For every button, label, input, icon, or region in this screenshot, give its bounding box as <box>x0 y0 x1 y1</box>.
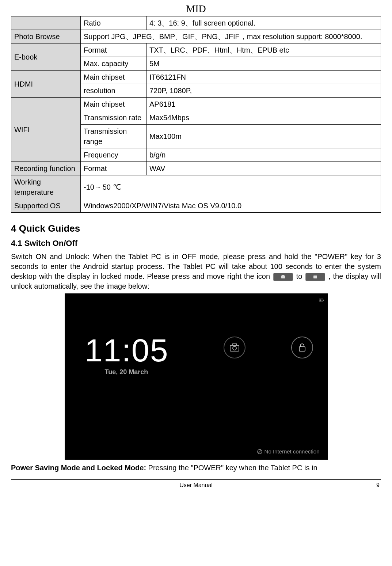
cat-hdmi: HDMI <box>11 71 81 98</box>
svg-rect-5 <box>233 344 236 346</box>
sub-wifi-freq: Frequency <box>81 148 146 162</box>
val-photo-browse: Support JPG、JPEG、BMP、GIF、PNG、JFIF，max re… <box>81 30 381 43</box>
lockscreen-status: No Internet connection <box>257 448 320 455</box>
lockscreen-image: 11:05 Tue, 20 March No Internet connecti… <box>65 293 328 460</box>
footer-title: User Manual <box>179 482 213 489</box>
unlock-icon <box>291 337 313 358</box>
sub-wifi-rate: Transmission rate <box>81 111 146 125</box>
page-number: 9 <box>376 482 380 489</box>
table-row: Recording function Format WAV <box>11 162 381 175</box>
svg-point-4 <box>233 346 236 350</box>
val-wifi-chip: AP6181 <box>146 98 381 111</box>
lockscreen-status-text: No Internet connection <box>264 448 320 455</box>
heading-4: 4 Quick Guides <box>11 223 381 234</box>
camera-icon <box>224 337 246 358</box>
no-signal-icon <box>257 449 262 454</box>
cat-os: Supported OS <box>11 199 81 213</box>
lockscreen-date: Tue, 20 March <box>105 368 148 376</box>
cat-recording: Recording function <box>11 162 81 175</box>
val-hdmi-res: 720P, 1080P, <box>146 84 381 98</box>
svg-rect-1 <box>323 300 324 301</box>
paragraph-switch-on: Switch ON and Unlock: When the Tablet PC… <box>11 252 381 291</box>
svg-line-8 <box>258 450 261 453</box>
val-ebook-max: 5M <box>146 57 381 71</box>
lock-closed-icon <box>273 273 293 281</box>
sub-wifi-chip: Main chipset <box>81 98 146 111</box>
sub-hdmi-res: resolution <box>81 84 146 98</box>
val-wifi-range: Max100m <box>146 125 381 148</box>
lock-open-icon <box>305 273 325 281</box>
table-row: Working temperature -10 ~ 50 ℃ <box>11 175 381 199</box>
para2-rest: Pressing the "POWER" key when the Tablet… <box>148 464 317 472</box>
table-row: WIFI Main chipset AP6181 <box>11 98 381 111</box>
val-ratio: 4: 3、16: 9、full screen optional. <box>146 16 381 30</box>
heading-4-1: 4.1 Switch On/Off <box>11 239 381 248</box>
cat-wifi: WIFI <box>11 98 81 162</box>
battery-icon <box>319 296 324 304</box>
val-hdmi-chip: IT66121FN <box>146 71 381 84</box>
svg-rect-2 <box>319 300 321 301</box>
sub-ratio: Ratio <box>81 16 146 30</box>
val-temp: -10 ~ 50 ℃ <box>81 175 381 199</box>
val-ebook-format: TXT、LRC、PDF、Html、Htm、EPUB etc <box>146 43 381 57</box>
page-header-title: MID <box>11 0 381 16</box>
para1-part-b: to <box>296 272 302 280</box>
val-os: Windows2000/XP/WIN7/Vista Mac OS V9.0/10… <box>81 199 381 213</box>
lockscreen-figure: 11:05 Tue, 20 March No Internet connecti… <box>11 293 381 461</box>
val-wifi-rate: Max54Mbps <box>146 111 381 125</box>
sub-ebook-max: Max. capacity <box>81 57 146 71</box>
lockscreen-time: 11:05 <box>85 332 169 369</box>
val-wifi-freq: b/g/n <box>146 148 381 162</box>
cat-temp: Working temperature <box>11 175 81 199</box>
sub-ebook-format: Format <box>81 43 146 57</box>
para1-part-a: Switch ON and Unlock: When the Tablet PC… <box>11 252 381 280</box>
sub-wifi-range: Transmission range <box>81 125 146 148</box>
paragraph-power-saving: Power Saving Mode and Locked Mode: Press… <box>11 463 381 473</box>
sub-hdmi-chip: Main chipset <box>81 71 146 84</box>
page-footer: User Manual 9 <box>11 480 381 496</box>
val-recording-format: WAV <box>146 162 381 175</box>
table-row: Ratio 4: 3、16: 9、full screen optional. <box>11 16 381 30</box>
table-row: Photo Browse Support JPG、JPEG、BMP、GIF、PN… <box>11 30 381 43</box>
svg-rect-6 <box>299 347 305 351</box>
para2-bold: Power Saving Mode and Locked Mode: <box>11 464 148 472</box>
table-row: Supported OS Windows2000/XP/WIN7/Vista M… <box>11 199 381 213</box>
sub-recording-format: Format <box>81 162 146 175</box>
cat-ebook: E-book <box>11 43 81 71</box>
cat-photo-browse: Photo Browse <box>11 30 81 43</box>
table-row: E-book Format TXT、LRC、PDF、Html、Htm、EPUB … <box>11 43 381 57</box>
table-row: HDMI Main chipset IT66121FN <box>11 71 381 84</box>
spec-table: Ratio 4: 3、16: 9、full screen optional. P… <box>11 16 381 213</box>
cat-blank <box>11 16 81 30</box>
